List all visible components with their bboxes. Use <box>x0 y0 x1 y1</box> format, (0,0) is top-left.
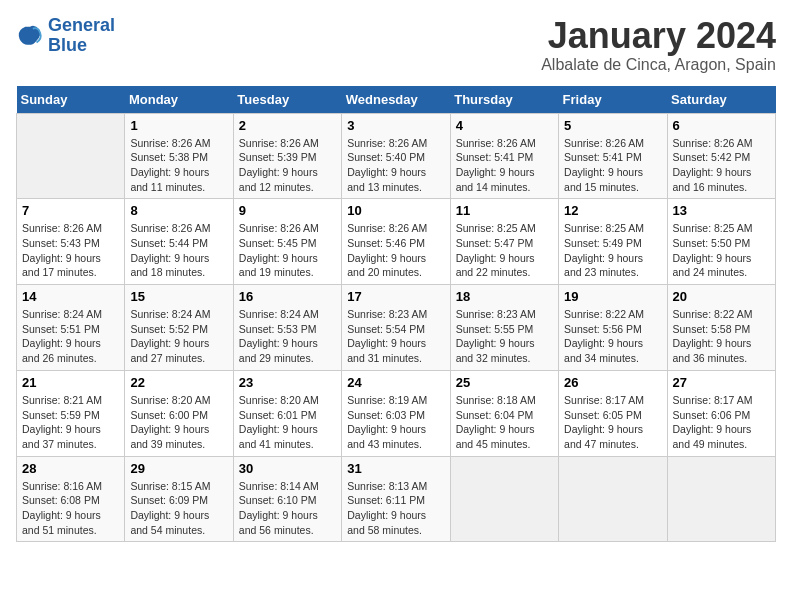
calendar-cell: 15Sunrise: 8:24 AM Sunset: 5:52 PM Dayli… <box>125 285 233 371</box>
day-info: Sunrise: 8:20 AM Sunset: 6:00 PM Dayligh… <box>130 393 227 452</box>
day-info: Sunrise: 8:25 AM Sunset: 5:47 PM Dayligh… <box>456 221 553 280</box>
calendar-cell: 3Sunrise: 8:26 AM Sunset: 5:40 PM Daylig… <box>342 113 450 199</box>
calendar-cell: 1Sunrise: 8:26 AM Sunset: 5:38 PM Daylig… <box>125 113 233 199</box>
day-number: 29 <box>130 461 227 476</box>
calendar-cell: 22Sunrise: 8:20 AM Sunset: 6:00 PM Dayli… <box>125 370 233 456</box>
day-info: Sunrise: 8:26 AM Sunset: 5:46 PM Dayligh… <box>347 221 444 280</box>
day-number: 20 <box>673 289 770 304</box>
day-number: 27 <box>673 375 770 390</box>
calendar-week-3: 14Sunrise: 8:24 AM Sunset: 5:51 PM Dayli… <box>17 285 776 371</box>
day-number: 12 <box>564 203 661 218</box>
calendar-cell: 12Sunrise: 8:25 AM Sunset: 5:49 PM Dayli… <box>559 199 667 285</box>
calendar-cell: 24Sunrise: 8:19 AM Sunset: 6:03 PM Dayli… <box>342 370 450 456</box>
calendar-cell <box>667 456 775 542</box>
calendar-cell: 28Sunrise: 8:16 AM Sunset: 6:08 PM Dayli… <box>17 456 125 542</box>
calendar-cell: 29Sunrise: 8:15 AM Sunset: 6:09 PM Dayli… <box>125 456 233 542</box>
calendar-cell: 27Sunrise: 8:17 AM Sunset: 6:06 PM Dayli… <box>667 370 775 456</box>
logo-blue-text: Blue <box>48 36 115 56</box>
header: General Blue January 2024 Albalate de Ci… <box>16 16 776 74</box>
day-info: Sunrise: 8:26 AM Sunset: 5:42 PM Dayligh… <box>673 136 770 195</box>
day-info: Sunrise: 8:13 AM Sunset: 6:11 PM Dayligh… <box>347 479 444 538</box>
logo-icon <box>16 22 44 50</box>
calendar-table: SundayMondayTuesdayWednesdayThursdayFrid… <box>16 86 776 543</box>
calendar-cell: 19Sunrise: 8:22 AM Sunset: 5:56 PM Dayli… <box>559 285 667 371</box>
calendar-cell: 10Sunrise: 8:26 AM Sunset: 5:46 PM Dayli… <box>342 199 450 285</box>
day-number: 4 <box>456 118 553 133</box>
day-number: 24 <box>347 375 444 390</box>
calendar-cell: 13Sunrise: 8:25 AM Sunset: 5:50 PM Dayli… <box>667 199 775 285</box>
day-number: 6 <box>673 118 770 133</box>
day-number: 26 <box>564 375 661 390</box>
day-info: Sunrise: 8:17 AM Sunset: 6:06 PM Dayligh… <box>673 393 770 452</box>
calendar-cell: 4Sunrise: 8:26 AM Sunset: 5:41 PM Daylig… <box>450 113 558 199</box>
calendar-header: SundayMondayTuesdayWednesdayThursdayFrid… <box>17 86 776 114</box>
day-info: Sunrise: 8:16 AM Sunset: 6:08 PM Dayligh… <box>22 479 119 538</box>
day-info: Sunrise: 8:18 AM Sunset: 6:04 PM Dayligh… <box>456 393 553 452</box>
day-info: Sunrise: 8:25 AM Sunset: 5:49 PM Dayligh… <box>564 221 661 280</box>
weekday-header-saturday: Saturday <box>667 86 775 114</box>
day-info: Sunrise: 8:14 AM Sunset: 6:10 PM Dayligh… <box>239 479 336 538</box>
calendar-cell <box>559 456 667 542</box>
day-info: Sunrise: 8:17 AM Sunset: 6:05 PM Dayligh… <box>564 393 661 452</box>
day-number: 3 <box>347 118 444 133</box>
calendar-week-5: 28Sunrise: 8:16 AM Sunset: 6:08 PM Dayli… <box>17 456 776 542</box>
calendar-cell: 30Sunrise: 8:14 AM Sunset: 6:10 PM Dayli… <box>233 456 341 542</box>
calendar-cell: 11Sunrise: 8:25 AM Sunset: 5:47 PM Dayli… <box>450 199 558 285</box>
day-info: Sunrise: 8:23 AM Sunset: 5:54 PM Dayligh… <box>347 307 444 366</box>
day-info: Sunrise: 8:24 AM Sunset: 5:51 PM Dayligh… <box>22 307 119 366</box>
day-number: 23 <box>239 375 336 390</box>
day-number: 31 <box>347 461 444 476</box>
day-info: Sunrise: 8:26 AM Sunset: 5:43 PM Dayligh… <box>22 221 119 280</box>
calendar-cell: 17Sunrise: 8:23 AM Sunset: 5:54 PM Dayli… <box>342 285 450 371</box>
day-number: 5 <box>564 118 661 133</box>
calendar-cell: 7Sunrise: 8:26 AM Sunset: 5:43 PM Daylig… <box>17 199 125 285</box>
day-number: 21 <box>22 375 119 390</box>
calendar-cell: 5Sunrise: 8:26 AM Sunset: 5:41 PM Daylig… <box>559 113 667 199</box>
day-info: Sunrise: 8:26 AM Sunset: 5:39 PM Dayligh… <box>239 136 336 195</box>
day-info: Sunrise: 8:22 AM Sunset: 5:58 PM Dayligh… <box>673 307 770 366</box>
calendar-cell: 21Sunrise: 8:21 AM Sunset: 5:59 PM Dayli… <box>17 370 125 456</box>
logo-general: General <box>48 15 115 35</box>
weekday-header-sunday: Sunday <box>17 86 125 114</box>
day-number: 28 <box>22 461 119 476</box>
day-info: Sunrise: 8:24 AM Sunset: 5:52 PM Dayligh… <box>130 307 227 366</box>
calendar-cell: 31Sunrise: 8:13 AM Sunset: 6:11 PM Dayli… <box>342 456 450 542</box>
calendar-cell: 18Sunrise: 8:23 AM Sunset: 5:55 PM Dayli… <box>450 285 558 371</box>
day-number: 1 <box>130 118 227 133</box>
logo-text-block: General Blue <box>48 16 115 56</box>
calendar-cell: 2Sunrise: 8:26 AM Sunset: 5:39 PM Daylig… <box>233 113 341 199</box>
calendar-week-4: 21Sunrise: 8:21 AM Sunset: 5:59 PM Dayli… <box>17 370 776 456</box>
calendar-cell: 26Sunrise: 8:17 AM Sunset: 6:05 PM Dayli… <box>559 370 667 456</box>
day-number: 7 <box>22 203 119 218</box>
day-info: Sunrise: 8:26 AM Sunset: 5:44 PM Dayligh… <box>130 221 227 280</box>
month-title: January 2024 <box>541 16 776 56</box>
day-number: 13 <box>673 203 770 218</box>
title-section: January 2024 Albalate de Cinca, Aragon, … <box>541 16 776 74</box>
calendar-cell: 16Sunrise: 8:24 AM Sunset: 5:53 PM Dayli… <box>233 285 341 371</box>
day-number: 8 <box>130 203 227 218</box>
day-info: Sunrise: 8:26 AM Sunset: 5:45 PM Dayligh… <box>239 221 336 280</box>
day-info: Sunrise: 8:24 AM Sunset: 5:53 PM Dayligh… <box>239 307 336 366</box>
weekday-header-friday: Friday <box>559 86 667 114</box>
day-number: 9 <box>239 203 336 218</box>
day-info: Sunrise: 8:23 AM Sunset: 5:55 PM Dayligh… <box>456 307 553 366</box>
day-number: 16 <box>239 289 336 304</box>
day-info: Sunrise: 8:21 AM Sunset: 5:59 PM Dayligh… <box>22 393 119 452</box>
calendar-week-2: 7Sunrise: 8:26 AM Sunset: 5:43 PM Daylig… <box>17 199 776 285</box>
day-number: 30 <box>239 461 336 476</box>
calendar-body: 1Sunrise: 8:26 AM Sunset: 5:38 PM Daylig… <box>17 113 776 542</box>
calendar-cell: 6Sunrise: 8:26 AM Sunset: 5:42 PM Daylig… <box>667 113 775 199</box>
location-title: Albalate de Cinca, Aragon, Spain <box>541 56 776 74</box>
calendar-cell <box>17 113 125 199</box>
day-info: Sunrise: 8:19 AM Sunset: 6:03 PM Dayligh… <box>347 393 444 452</box>
day-number: 17 <box>347 289 444 304</box>
day-info: Sunrise: 8:26 AM Sunset: 5:41 PM Dayligh… <box>564 136 661 195</box>
day-number: 22 <box>130 375 227 390</box>
day-number: 19 <box>564 289 661 304</box>
day-number: 15 <box>130 289 227 304</box>
day-number: 25 <box>456 375 553 390</box>
weekday-header-thursday: Thursday <box>450 86 558 114</box>
calendar-cell: 8Sunrise: 8:26 AM Sunset: 5:44 PM Daylig… <box>125 199 233 285</box>
weekday-header-tuesday: Tuesday <box>233 86 341 114</box>
calendar-cell: 14Sunrise: 8:24 AM Sunset: 5:51 PM Dayli… <box>17 285 125 371</box>
